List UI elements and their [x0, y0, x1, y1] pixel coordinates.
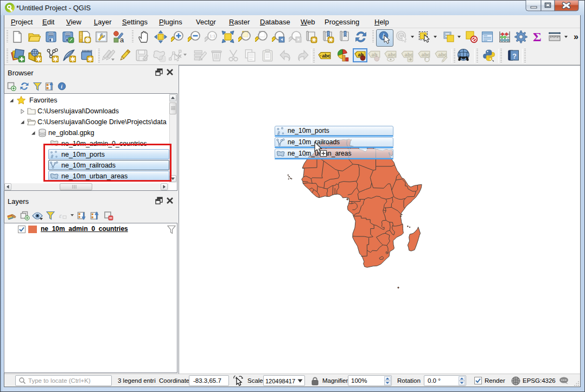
svg-text:abc: abc — [388, 52, 397, 57]
svg-text:Σ: Σ — [533, 30, 542, 43]
svg-text:a: a — [120, 36, 124, 43]
svg-text:i: i — [61, 83, 62, 89]
svg-text:?: ? — [512, 52, 517, 60]
svg-text:abc: abc — [405, 52, 414, 57]
svg-text:ε: ε — [59, 212, 62, 220]
svg-text:1:1: 1:1 — [209, 34, 216, 38]
svg-text:abc: abc — [322, 53, 330, 59]
svg-text:abc: abc — [422, 52, 430, 57]
